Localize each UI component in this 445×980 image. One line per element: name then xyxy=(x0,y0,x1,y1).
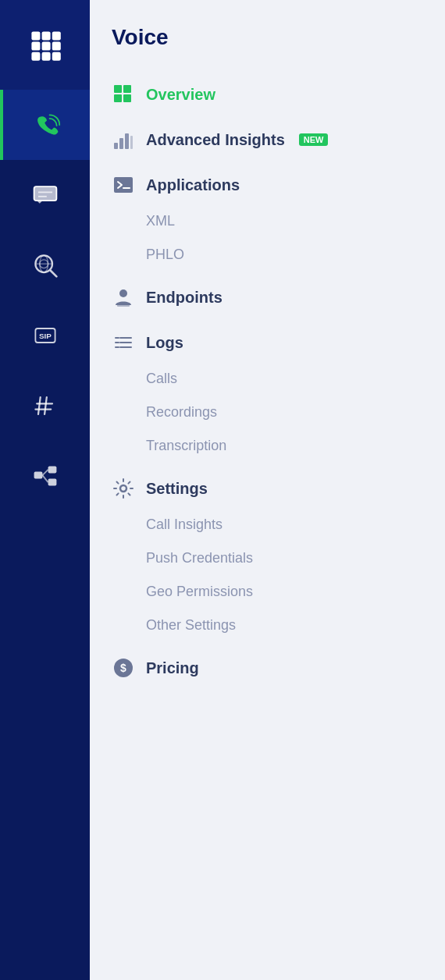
svg-rect-40 xyxy=(119,302,127,304)
svg-point-48 xyxy=(120,485,126,492)
nav-section-settings: Settings Call Insights Push Credentials … xyxy=(112,469,423,642)
nav-label-pricing: Pricing xyxy=(146,659,199,677)
svg-point-39 xyxy=(119,289,127,297)
svg-rect-7 xyxy=(41,51,50,60)
nav-label-applications: Applications xyxy=(146,176,240,194)
rail-item-voice[interactable] xyxy=(0,90,90,160)
svg-rect-3 xyxy=(31,41,40,50)
sub-item-call-insights[interactable]: Call Insights xyxy=(112,508,423,541)
new-badge: NEW xyxy=(299,133,329,146)
svg-rect-32 xyxy=(123,94,131,102)
icon-rail: SIP xyxy=(0,0,90,980)
logs-icon xyxy=(112,331,135,354)
endpoints-icon xyxy=(112,286,135,309)
nav-section-pricing: $ Pricing xyxy=(112,648,423,687)
nav-item-applications[interactable]: Applications xyxy=(112,165,423,204)
sub-item-transcription[interactable]: Transcription xyxy=(112,429,423,463)
svg-rect-35 xyxy=(125,133,129,149)
svg-rect-0 xyxy=(31,31,40,40)
nav-label-overview: Overview xyxy=(146,86,215,104)
svg-rect-31 xyxy=(114,94,122,102)
sub-item-geo-permissions[interactable]: Geo Permissions xyxy=(112,575,423,609)
bar-chart-icon xyxy=(112,128,135,151)
svg-rect-25 xyxy=(48,466,56,473)
nav-section-endpoints: Endpoints xyxy=(112,278,423,317)
svg-rect-36 xyxy=(130,136,133,149)
logo-area[interactable] xyxy=(0,0,90,90)
nav-section-advanced-insights: Advanced Insights NEW xyxy=(112,120,423,159)
rail-item-messaging[interactable] xyxy=(0,160,90,230)
svg-rect-34 xyxy=(119,138,123,149)
nav-item-pricing[interactable]: $ Pricing xyxy=(112,648,423,687)
nav-label-settings: Settings xyxy=(146,480,208,498)
nav-label-advanced-insights: Advanced Insights xyxy=(146,131,285,149)
nav-label-logs: Logs xyxy=(146,334,183,352)
svg-line-27 xyxy=(42,470,48,475)
svg-text:$: $ xyxy=(120,662,126,674)
page-title: Voice xyxy=(112,25,423,50)
nav-label-endpoints: Endpoints xyxy=(146,289,222,307)
svg-rect-29 xyxy=(114,85,122,93)
svg-line-15 xyxy=(51,271,56,276)
sub-item-phlo[interactable]: PHLO xyxy=(112,238,423,272)
nav-item-overview[interactable]: Overview xyxy=(112,75,423,114)
nav-section-applications: Applications XML PHLO xyxy=(112,165,423,272)
nav-section-logs: Logs Calls Recordings Transcription xyxy=(112,323,423,463)
nav-section-overview: Overview xyxy=(112,75,423,114)
gear-icon xyxy=(112,477,135,500)
rail-item-sip[interactable]: SIP xyxy=(0,300,90,371)
svg-line-28 xyxy=(42,475,48,482)
sub-item-push-credentials[interactable]: Push Credentials xyxy=(112,541,423,575)
svg-rect-2 xyxy=(52,31,60,40)
terminal-icon xyxy=(112,173,135,197)
svg-rect-37 xyxy=(114,177,133,193)
svg-rect-33 xyxy=(114,143,118,149)
sub-item-calls[interactable]: Calls xyxy=(112,362,423,396)
svg-rect-26 xyxy=(48,479,56,486)
rail-item-numbers[interactable] xyxy=(0,371,90,441)
nav-item-settings[interactable]: Settings xyxy=(112,469,423,508)
rail-item-studio[interactable] xyxy=(0,441,90,511)
svg-rect-5 xyxy=(52,41,60,50)
sub-item-recordings[interactable]: Recordings xyxy=(112,396,423,429)
sub-item-xml[interactable]: XML xyxy=(112,204,423,238)
sub-item-other-settings[interactable]: Other Settings xyxy=(112,609,423,642)
nav-item-logs[interactable]: Logs xyxy=(112,323,423,362)
svg-text:SIP: SIP xyxy=(39,332,52,340)
grid-squares-icon xyxy=(112,83,135,106)
svg-rect-30 xyxy=(123,85,131,93)
svg-rect-24 xyxy=(34,472,42,479)
dollar-icon: $ xyxy=(112,656,135,680)
main-nav: Voice Overview xyxy=(90,0,445,980)
nav-item-endpoints[interactable]: Endpoints xyxy=(112,278,423,317)
rail-item-lookup[interactable] xyxy=(0,230,90,300)
svg-rect-6 xyxy=(31,51,40,60)
svg-rect-8 xyxy=(52,51,60,60)
svg-line-20 xyxy=(38,397,41,414)
svg-rect-41 xyxy=(117,304,130,307)
svg-rect-9 xyxy=(34,186,56,201)
nav-item-advanced-insights[interactable]: Advanced Insights NEW xyxy=(112,120,423,159)
svg-rect-1 xyxy=(41,31,50,40)
svg-rect-4 xyxy=(41,41,50,50)
svg-line-21 xyxy=(44,397,47,414)
